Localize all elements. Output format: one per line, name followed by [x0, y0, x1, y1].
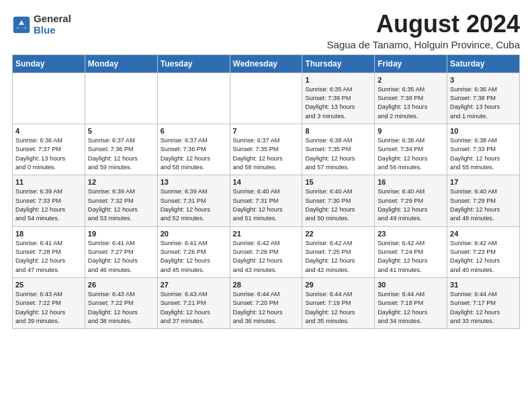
- calendar-table: Sunday Monday Tuesday Wednesday Thursday…: [12, 54, 520, 330]
- calendar-cell: [13, 73, 85, 124]
- day-info: Sunrise: 6:44 AM Sunset: 7:17 PM Dayligh…: [450, 290, 517, 326]
- page: General Blue August 2024 Sagua de Tanamo…: [0, 0, 532, 411]
- day-info: Sunrise: 6:40 AM Sunset: 7:29 PM Dayligh…: [378, 187, 444, 223]
- calendar-week-1: 1Sunrise: 6:35 AM Sunset: 7:39 PM Daylig…: [13, 73, 520, 124]
- calendar-cell: [157, 73, 230, 124]
- day-info: Sunrise: 6:40 AM Sunset: 7:30 PM Dayligh…: [305, 187, 371, 223]
- day-info: Sunrise: 6:37 AM Sunset: 7:35 PM Dayligh…: [233, 136, 300, 172]
- calendar-cell: 10Sunrise: 6:38 AM Sunset: 7:33 PM Dayli…: [447, 124, 520, 175]
- day-number: 28: [233, 281, 300, 289]
- main-title: August 2024: [327, 11, 520, 38]
- calendar-cell: [230, 73, 302, 124]
- day-number: 21: [233, 230, 300, 238]
- day-info: Sunrise: 6:38 AM Sunset: 7:35 PM Dayligh…: [305, 136, 371, 172]
- calendar-week-3: 11Sunrise: 6:39 AM Sunset: 7:33 PM Dayli…: [13, 175, 520, 226]
- day-number: 18: [15, 230, 82, 238]
- day-info: Sunrise: 6:42 AM Sunset: 7:23 PM Dayligh…: [450, 239, 517, 275]
- day-info: Sunrise: 6:42 AM Sunset: 7:25 PM Dayligh…: [305, 239, 371, 275]
- logo-text: General Blue: [34, 13, 71, 36]
- day-number: 8: [305, 127, 371, 135]
- calendar-cell: 17Sunrise: 6:40 AM Sunset: 7:29 PM Dayli…: [447, 175, 520, 226]
- header-tuesday: Tuesday: [157, 54, 230, 73]
- day-info: Sunrise: 6:40 AM Sunset: 7:29 PM Dayligh…: [450, 187, 517, 223]
- calendar-week-2: 4Sunrise: 6:36 AM Sunset: 7:37 PM Daylig…: [13, 124, 520, 175]
- calendar-cell: 3Sunrise: 6:36 AM Sunset: 7:38 PM Daylig…: [447, 73, 520, 124]
- calendar-cell: 26Sunrise: 6:43 AM Sunset: 7:22 PM Dayli…: [85, 278, 157, 329]
- calendar-cell: 28Sunrise: 6:44 AM Sunset: 7:20 PM Dayli…: [230, 278, 302, 329]
- day-number: 16: [378, 178, 444, 186]
- calendar-cell: 11Sunrise: 6:39 AM Sunset: 7:33 PM Dayli…: [13, 175, 85, 226]
- logo: General Blue: [12, 13, 71, 36]
- day-info: Sunrise: 6:41 AM Sunset: 7:27 PM Dayligh…: [88, 239, 154, 275]
- day-info: Sunrise: 6:44 AM Sunset: 7:20 PM Dayligh…: [233, 290, 300, 326]
- day-number: 31: [450, 281, 517, 289]
- calendar-cell: 13Sunrise: 6:39 AM Sunset: 7:31 PM Dayli…: [157, 175, 230, 226]
- day-info: Sunrise: 6:43 AM Sunset: 7:22 PM Dayligh…: [88, 290, 154, 326]
- calendar-week-4: 18Sunrise: 6:41 AM Sunset: 7:28 PM Dayli…: [13, 226, 520, 277]
- day-info: Sunrise: 6:35 AM Sunset: 7:39 PM Dayligh…: [305, 85, 371, 121]
- day-number: 25: [15, 281, 82, 289]
- calendar-cell: 30Sunrise: 6:44 AM Sunset: 7:18 PM Dayli…: [375, 278, 447, 329]
- day-info: Sunrise: 6:38 AM Sunset: 7:33 PM Dayligh…: [450, 136, 517, 172]
- day-number: 9: [378, 127, 444, 135]
- calendar-cell: 9Sunrise: 6:38 AM Sunset: 7:34 PM Daylig…: [375, 124, 447, 175]
- day-info: Sunrise: 6:42 AM Sunset: 7:26 PM Dayligh…: [233, 239, 300, 275]
- day-number: 5: [88, 127, 154, 135]
- day-info: Sunrise: 6:38 AM Sunset: 7:34 PM Dayligh…: [378, 136, 444, 172]
- header-friday: Friday: [375, 54, 447, 73]
- calendar-cell: 7Sunrise: 6:37 AM Sunset: 7:35 PM Daylig…: [230, 124, 302, 175]
- calendar-cell: [85, 73, 157, 124]
- calendar-body: 1Sunrise: 6:35 AM Sunset: 7:39 PM Daylig…: [13, 73, 520, 329]
- calendar-cell: 29Sunrise: 6:44 AM Sunset: 7:19 PM Dayli…: [302, 278, 375, 329]
- day-number: 23: [378, 230, 444, 238]
- calendar-cell: 2Sunrise: 6:35 AM Sunset: 7:38 PM Daylig…: [375, 73, 447, 124]
- calendar-week-5: 25Sunrise: 6:43 AM Sunset: 7:22 PM Dayli…: [13, 278, 520, 329]
- calendar-cell: 23Sunrise: 6:42 AM Sunset: 7:24 PM Dayli…: [375, 226, 447, 277]
- day-number: 20: [161, 230, 227, 238]
- day-number: 2: [378, 76, 444, 84]
- day-info: Sunrise: 6:36 AM Sunset: 7:38 PM Dayligh…: [450, 85, 517, 121]
- day-number: 17: [450, 178, 517, 186]
- calendar-cell: 6Sunrise: 6:37 AM Sunset: 7:36 PM Daylig…: [157, 124, 230, 175]
- day-number: 19: [88, 230, 154, 238]
- calendar-cell: 19Sunrise: 6:41 AM Sunset: 7:27 PM Dayli…: [85, 226, 157, 277]
- calendar-cell: 8Sunrise: 6:38 AM Sunset: 7:35 PM Daylig…: [302, 124, 375, 175]
- day-info: Sunrise: 6:39 AM Sunset: 7:33 PM Dayligh…: [15, 187, 82, 223]
- day-info: Sunrise: 6:37 AM Sunset: 7:36 PM Dayligh…: [88, 136, 154, 172]
- day-number: 6: [161, 127, 227, 135]
- header-row-days: Sunday Monday Tuesday Wednesday Thursday…: [13, 54, 520, 73]
- day-number: 30: [378, 281, 444, 289]
- day-number: 4: [15, 127, 82, 135]
- logo-icon: [12, 15, 31, 34]
- title-block: August 2024 Sagua de Tanamo, Holguin Pro…: [327, 11, 520, 50]
- day-info: Sunrise: 6:43 AM Sunset: 7:21 PM Dayligh…: [161, 290, 227, 326]
- header-monday: Monday: [85, 54, 157, 73]
- header-wednesday: Wednesday: [230, 54, 302, 73]
- day-number: 1: [305, 76, 371, 84]
- day-number: 13: [161, 178, 227, 186]
- calendar-cell: 24Sunrise: 6:42 AM Sunset: 7:23 PM Dayli…: [447, 226, 520, 277]
- day-number: 24: [450, 230, 517, 238]
- day-info: Sunrise: 6:44 AM Sunset: 7:18 PM Dayligh…: [378, 290, 444, 326]
- logo-general-text: General: [34, 13, 71, 25]
- day-number: 29: [305, 281, 371, 289]
- calendar-cell: 25Sunrise: 6:43 AM Sunset: 7:22 PM Dayli…: [13, 278, 85, 329]
- calendar-cell: 16Sunrise: 6:40 AM Sunset: 7:29 PM Dayli…: [375, 175, 447, 226]
- header-sunday: Sunday: [13, 54, 85, 73]
- day-info: Sunrise: 6:44 AM Sunset: 7:19 PM Dayligh…: [305, 290, 371, 326]
- day-info: Sunrise: 6:39 AM Sunset: 7:31 PM Dayligh…: [161, 187, 227, 223]
- day-info: Sunrise: 6:37 AM Sunset: 7:36 PM Dayligh…: [161, 136, 227, 172]
- day-info: Sunrise: 6:41 AM Sunset: 7:28 PM Dayligh…: [15, 239, 82, 275]
- calendar-cell: 20Sunrise: 6:41 AM Sunset: 7:26 PM Dayli…: [157, 226, 230, 277]
- day-number: 7: [233, 127, 300, 135]
- day-number: 26: [88, 281, 154, 289]
- calendar-cell: 1Sunrise: 6:35 AM Sunset: 7:39 PM Daylig…: [302, 73, 375, 124]
- day-info: Sunrise: 6:43 AM Sunset: 7:22 PM Dayligh…: [15, 290, 82, 326]
- calendar-cell: 22Sunrise: 6:42 AM Sunset: 7:25 PM Dayli…: [302, 226, 375, 277]
- day-info: Sunrise: 6:42 AM Sunset: 7:24 PM Dayligh…: [378, 239, 444, 275]
- calendar-cell: 18Sunrise: 6:41 AM Sunset: 7:28 PM Dayli…: [13, 226, 85, 277]
- day-number: 12: [88, 178, 154, 186]
- day-number: 15: [305, 178, 371, 186]
- calendar-cell: 31Sunrise: 6:44 AM Sunset: 7:17 PM Dayli…: [447, 278, 520, 329]
- header-thursday: Thursday: [302, 54, 375, 73]
